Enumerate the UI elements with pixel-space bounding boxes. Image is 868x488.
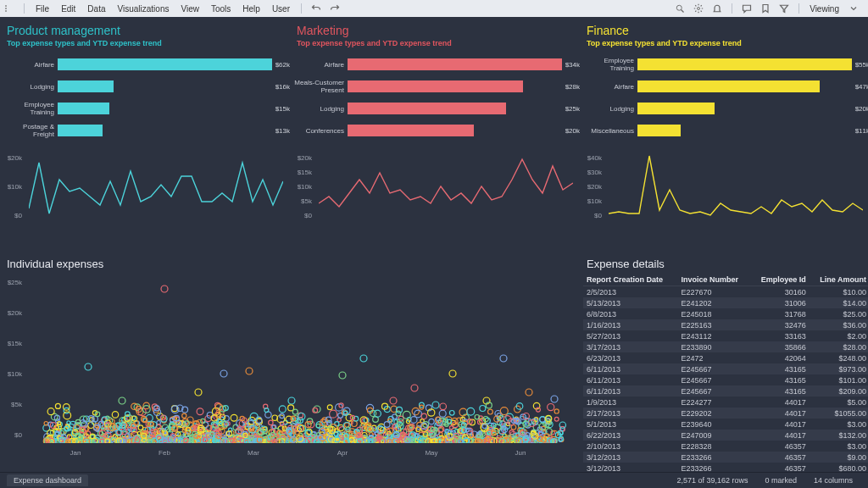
bar-value: $34k <box>565 61 580 69</box>
svg-point-1422 <box>197 408 203 415</box>
status-bar: Expense dashboard 2,571 of 39,162 rows 0… <box>0 472 868 488</box>
fn-bar-chart[interactable]: Employee Training$55k Airfare$47k Lodgin… <box>583 54 868 149</box>
bar-label: Employee Training <box>3 101 58 116</box>
col-invoice[interactable]: Invoice Number <box>677 274 750 286</box>
panel-individual-expenses: Individual expenses $25k $20k $15k $10k … <box>3 254 580 461</box>
menu-tools[interactable]: Tools <box>205 4 236 14</box>
svg-point-1406 <box>246 368 253 374</box>
undo-icon[interactable] <box>310 3 322 14</box>
col-employee[interactable]: Employee Id <box>750 274 809 286</box>
table-row[interactable]: 2/10/2013E22832846357$3.00 <box>583 441 868 452</box>
menu-data[interactable]: Data <box>81 4 111 14</box>
svg-point-1551 <box>554 409 559 413</box>
status-marked: 0 marked <box>765 476 797 485</box>
menu-edit[interactable]: Edit <box>55 4 81 14</box>
table-row[interactable]: 5/27/2013E24311233163$2.00 <box>583 330 868 341</box>
svg-point-1335 <box>205 416 211 422</box>
svg-point-588 <box>345 423 349 427</box>
menu-handle-icon[interactable] <box>5 5 12 12</box>
table-row[interactable]: 1/16/2013E22516332476$36.00 <box>583 319 868 330</box>
bar-label: Lodging <box>3 83 58 91</box>
pm-line-chart[interactable]: $20k$10k$0 <box>3 154 290 230</box>
page-tab[interactable]: Expense dashboard <box>7 474 88 486</box>
bar-value: $20k <box>855 105 868 113</box>
svg-point-1519 <box>47 408 54 415</box>
redo-icon[interactable] <box>329 3 341 14</box>
svg-point-1587 <box>182 413 186 418</box>
svg-point-1367 <box>384 422 390 428</box>
svg-point-1500 <box>339 403 343 408</box>
svg-point-243 <box>337 418 341 421</box>
table-row[interactable]: 6/23/2013E247242064$248.00 <box>583 352 868 363</box>
bookmark-icon[interactable] <box>760 3 771 14</box>
svg-point-1412 <box>526 389 532 396</box>
table-row[interactable]: 6/11/2013E24566743165$209.00 <box>583 385 868 396</box>
expense-table[interactable]: Report Creation Date Invoice Number Empl… <box>583 274 868 488</box>
bar-label: Miscellaneous <box>583 127 637 135</box>
svg-point-1413 <box>119 397 125 404</box>
mk-line-chart[interactable]: $20k$15k$10k$5k$0 <box>293 154 580 230</box>
panel-title: Individual expenses <box>7 258 580 270</box>
svg-point-1408 <box>360 355 367 362</box>
table-row[interactable]: 2/5/2013E22767030160$10.00 <box>583 286 868 298</box>
svg-point-1407 <box>339 372 346 379</box>
bar-label: Airfare <box>583 83 637 91</box>
mode-label[interactable]: Viewing <box>804 4 844 14</box>
bar-label: Postage & Freight <box>3 123 58 138</box>
chevron-down-icon[interactable] <box>848 3 860 14</box>
svg-point-1541 <box>374 410 381 417</box>
table-row[interactable]: 5/13/2013E24120231006$14.00 <box>583 297 868 308</box>
mk-bar-chart[interactable]: Airfare$34k Meals-Customer Present$28k L… <box>293 54 580 149</box>
menu-view[interactable]: View <box>175 4 205 14</box>
pm-bar-chart[interactable]: Airfare$62k Lodging$16k Employee Trainin… <box>3 54 290 149</box>
svg-point-842 <box>559 422 565 428</box>
table-row[interactable]: 1/9/2013E22427744017$5.00 <box>583 396 868 408</box>
menubar: File Edit Data Visualizations View Tools… <box>0 0 868 17</box>
svg-point-1199 <box>203 422 209 428</box>
table-row[interactable]: 3/17/2013E23389035866$28.00 <box>583 341 868 352</box>
table-row[interactable]: 3/12/2013E23326646357$9.00 <box>583 452 868 463</box>
menu-help[interactable]: Help <box>236 4 266 14</box>
menu-user[interactable]: User <box>266 4 296 14</box>
bell-icon[interactable] <box>711 3 723 14</box>
table-row[interactable]: 6/22/2013E24700944017$132.00 <box>583 430 868 441</box>
search-icon[interactable] <box>674 3 686 14</box>
svg-point-915 <box>554 417 559 421</box>
table-row[interactable]: 2/17/2013E22920244017$1055.00 <box>583 408 868 419</box>
filter-icon[interactable] <box>778 3 790 14</box>
panel-title: Product management <box>7 24 290 37</box>
panel-title: Marketing <box>297 24 580 37</box>
table-row[interactable]: 6/8/2013E24501831768$25.00 <box>583 308 868 319</box>
svg-point-1402 <box>85 363 92 370</box>
fn-line-chart[interactable]: $40k$30k$20k$10k$0 <box>583 154 868 230</box>
table-row[interactable]: 6/11/2013E24566743165$101.00 <box>583 374 868 385</box>
menu-visualizations[interactable]: Visualizations <box>111 4 175 14</box>
bar-label: Meals-Customer Present <box>293 79 348 94</box>
svg-point-1537 <box>112 412 118 418</box>
bar-value: $20k <box>565 127 580 135</box>
table-row[interactable]: 6/11/2013E24566743165$973.00 <box>583 363 868 374</box>
menu-file[interactable]: File <box>30 4 55 14</box>
bar-value: $47k <box>855 83 868 91</box>
svg-point-1409 <box>411 385 418 391</box>
svg-point-1415 <box>390 397 397 404</box>
comment-icon[interactable] <box>741 3 753 14</box>
col-amount[interactable]: Line Amount <box>810 274 868 286</box>
svg-point-1403 <box>161 286 168 292</box>
svg-point-587 <box>429 419 434 424</box>
bar-label: Airfare <box>293 61 348 69</box>
bar-label: Airfare <box>3 61 58 69</box>
panel-title: Finance <box>587 24 868 37</box>
svg-point-1595 <box>279 406 286 413</box>
table-row[interactable]: 5/1/2013E23964044017$3.00 <box>583 419 868 430</box>
col-date[interactable]: Report Creation Date <box>583 274 677 286</box>
scatter-chart[interactable]: $25k $20k $15k $10k $5k $0 Jan Feb Mar A… <box>3 274 580 458</box>
svg-point-1559 <box>480 406 486 412</box>
svg-point-0 <box>676 5 682 10</box>
panel-expense-details: Expense details Report Creation Date Inv… <box>583 254 868 461</box>
panel-marketing: Marketing Top expense types and YTD expe… <box>293 20 580 251</box>
bar-value: $62k <box>275 61 290 69</box>
gear-icon[interactable] <box>693 3 704 14</box>
svg-point-1535 <box>467 408 475 415</box>
svg-point-1555 <box>327 405 332 410</box>
